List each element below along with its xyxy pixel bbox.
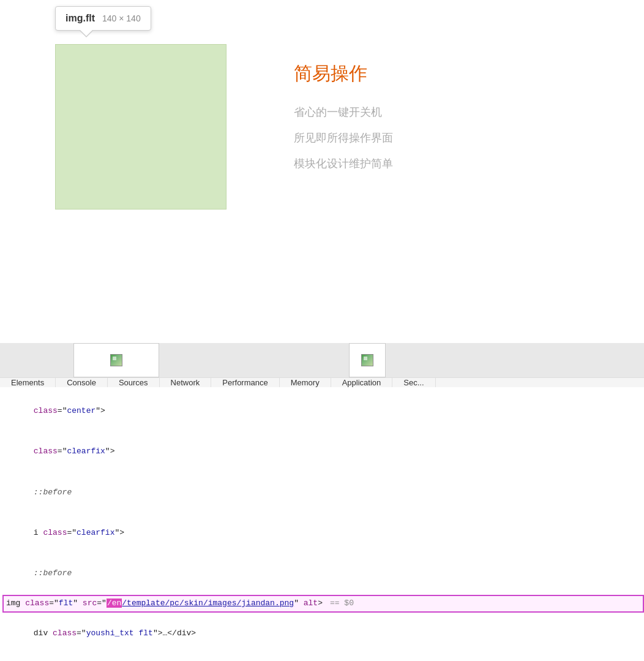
devtools-code-panel: class="center"> class="clearfix"> ::befo… [0,387,644,661]
code-line-3: ::before [2,472,644,513]
tab-console[interactable]: Console [56,378,108,387]
thumbnail-1 [73,343,159,377]
tab-network[interactable]: Network [160,378,212,387]
main-content: img.flt 140 × 140 简易操作 省心的一键开关机 所见即所得操作界… [0,0,644,343]
tab-security[interactable]: Sec... [392,378,435,387]
code-line-5: ::before [2,554,644,594]
tab-sources[interactable]: Sources [108,378,160,387]
feature-item-3: 模块化设计维护简单 [294,156,626,171]
page-wrapper: img.flt 140 × 140 简易操作 省心的一键开关机 所见即所得操作界… [0,0,644,661]
thumb-icon-1 [110,354,122,366]
code-line-1: class="center"> [2,391,644,431]
code-line-4: i class="clearfix"> [2,513,644,553]
image-tooltip: img.flt 140 × 140 [55,6,151,31]
tab-performance[interactable]: Performance [211,378,279,387]
code-line-7: div class="youshi_txt flt">…</div> [2,613,644,654]
thumb-icon-2 [361,354,373,366]
feature-text: 简易操作 省心的一键开关机 所见即所得操作界面 模块化设计维护简单 [294,12,626,171]
feature-item-2: 所见即所得操作界面 [294,130,626,145]
tab-elements[interactable]: Elements [0,378,56,387]
devtools-image-strip [0,343,644,377]
feature-item-1: 省心的一键开关机 [294,105,626,119]
feature-title: 简易操作 [294,61,626,86]
code-line-2: class="clearfix"> [2,431,644,472]
tab-application[interactable]: Application [331,378,393,387]
feature-image [55,44,227,210]
code-line-8: ::after [2,654,644,661]
code-line-selected[interactable]: img class="flt" src="/en/template/pc/ski… [2,595,644,613]
tab-memory[interactable]: Memory [280,378,331,387]
feature-list: 省心的一键开关机 所见即所得操作界面 模块化设计维护简单 [294,105,626,171]
tooltip-size: 140 × 140 [102,13,141,23]
tooltip-filename: img.flt [66,13,95,24]
thumbnail-2 [349,343,386,377]
devtools-tabs: Elements Console Sources Network Perform… [0,377,644,387]
